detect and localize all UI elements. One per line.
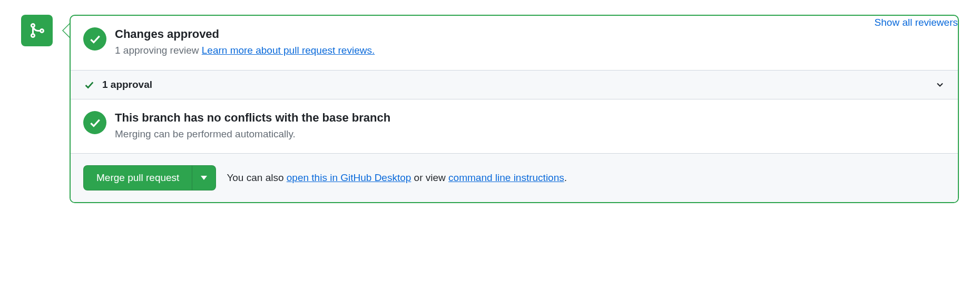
approved-subtitle: 1 approving review Learn more about pull… (115, 43, 945, 58)
check-icon (88, 32, 102, 46)
alt-text-suffix: . (564, 172, 567, 183)
approval-count-label: 1 approval (102, 79, 152, 91)
approved-check-circle (83, 27, 106, 51)
approval-check-icon (83, 79, 95, 91)
conflicts-content: This branch has no conflicts with the ba… (115, 111, 945, 142)
merge-button-group: Merge pull request (83, 165, 216, 190)
caret-down-icon (201, 176, 207, 180)
approval-expand-row[interactable]: 1 approval (71, 70, 958, 99)
check-icon (88, 116, 102, 129)
chevron-down-icon (935, 79, 945, 90)
merge-footer: Merge pull request You can also open thi… (71, 153, 958, 202)
speech-pointer (62, 23, 70, 38)
approved-title: Changes approved (115, 27, 945, 41)
learn-more-link[interactable]: Learn more about pull request reviews. (202, 45, 375, 56)
show-all-reviewers-link[interactable]: Show all reviewers (875, 17, 958, 28)
alt-text-prefix: You can also (227, 172, 286, 183)
merge-alt-text: You can also open this in GitHub Desktop… (227, 172, 567, 184)
no-conflicts-section: This branch has no conflicts with the ba… (71, 99, 958, 154)
merge-options-dropdown-button[interactable] (192, 165, 216, 190)
conflicts-subtitle: Merging can be performed automatically. (115, 127, 945, 142)
changes-approved-section: Changes approved 1 approving review Lear… (71, 16, 958, 70)
merge-status-container: Changes approved 1 approving review Lear… (21, 15, 959, 203)
git-merge-badge (21, 15, 53, 46)
approved-content: Changes approved 1 approving review Lear… (115, 27, 945, 58)
merge-pull-request-button[interactable]: Merge pull request (83, 165, 192, 190)
alt-text-middle: or view (411, 172, 448, 183)
merge-box: Changes approved 1 approving review Lear… (70, 15, 959, 203)
conflicts-title: This branch has no conflicts with the ba… (115, 111, 945, 125)
cli-instructions-link[interactable]: command line instructions (448, 172, 564, 183)
approval-row-left: 1 approval (83, 79, 152, 91)
approved-subtitle-prefix: 1 approving review (115, 45, 202, 56)
git-merge-icon (28, 22, 45, 39)
conflicts-check-circle (83, 111, 106, 134)
open-desktop-link[interactable]: open this in GitHub Desktop (287, 172, 411, 183)
